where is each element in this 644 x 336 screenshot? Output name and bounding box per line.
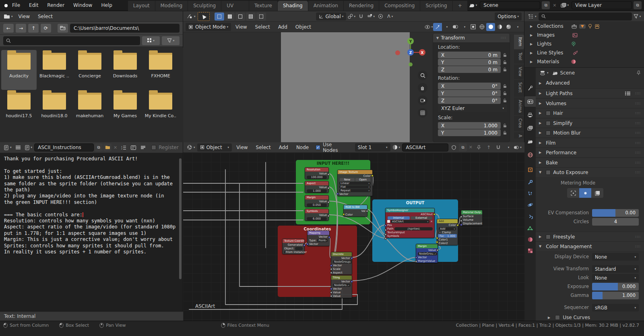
gamma-slider[interactable]: 1.000 bbox=[592, 292, 639, 299]
file-browser-editor-icon[interactable]: ▾ bbox=[2, 13, 14, 20]
tab-shading[interactable]: Shading bbox=[278, 1, 308, 11]
metering-center-button[interactable] bbox=[579, 188, 591, 198]
scene-name-field[interactable]: Scene bbox=[480, 1, 540, 9]
pin-icon[interactable] bbox=[636, 71, 641, 75]
menu-file[interactable]: File bbox=[8, 0, 25, 11]
sidebar-tab-tool[interactable]: Tool bbox=[514, 50, 524, 64]
folder-item[interactable]: houdini18.0 bbox=[37, 90, 72, 130]
ev-compensation-slider[interactable]: 0.00 bbox=[592, 209, 639, 217]
file-search-input[interactable] bbox=[3, 36, 140, 45]
location-x-field[interactable]: X0 m bbox=[438, 52, 501, 58]
node-resolution[interactable]: Resolution Value 100.000 bbox=[305, 167, 329, 179]
mode-dropdown[interactable]: Object Mode▾ bbox=[186, 23, 231, 31]
zoom-button[interactable] bbox=[418, 71, 427, 80]
folder-item[interactable]: My Games bbox=[107, 90, 143, 130]
shading-rendered-button[interactable] bbox=[504, 23, 513, 31]
lock-open-icon[interactable] bbox=[503, 131, 507, 135]
scene-copy-button[interactable]: ⧉ bbox=[542, 1, 550, 9]
light-bulb-icon[interactable] bbox=[588, 24, 592, 29]
circles-field[interactable]: 4 bbox=[592, 218, 639, 226]
node-texture-coordinate[interactable]: Texture Coordinate Generated Object: Fro… bbox=[282, 239, 305, 254]
node-symbols[interactable]: Symbols Value 6.000 bbox=[305, 209, 329, 221]
panel-auto-exposure[interactable]: ▼Auto Exposure∷∷ bbox=[536, 167, 644, 177]
fb-menu-select[interactable]: Select bbox=[34, 14, 56, 19]
sidebar-tab-item[interactable]: Item bbox=[514, 35, 524, 49]
options-dropdown[interactable]: Options▾ bbox=[495, 12, 522, 21]
node-mapping[interactable]: Mapping Vector Type:Point Vector bbox=[307, 230, 330, 246]
vp-menu-add[interactable]: Add bbox=[275, 24, 291, 30]
outliner-row-collections[interactable]: ▶Collections bbox=[524, 22, 644, 31]
text-editor-icon[interactable]: ▾ bbox=[2, 144, 13, 151]
rotation-x-field[interactable]: X0° bbox=[438, 83, 501, 89]
shading-wireframe-button[interactable] bbox=[477, 23, 486, 31]
shading-solid-button[interactable] bbox=[486, 23, 495, 31]
node-margin-value[interactable]: Margin Value 0.050 bbox=[305, 195, 329, 207]
register-checkbox[interactable] bbox=[151, 145, 156, 150]
metering-full-button[interactable] bbox=[591, 188, 603, 198]
lock-open-icon[interactable] bbox=[503, 91, 507, 95]
motion-blur-checkbox[interactable] bbox=[546, 131, 551, 135]
metering-spot-button[interactable] bbox=[567, 188, 579, 198]
panel-simplify[interactable]: ▶Simplify∷∷ bbox=[536, 118, 644, 128]
pan-button[interactable] bbox=[418, 83, 427, 93]
view-layer-icon[interactable]: ▾ bbox=[559, 2, 570, 8]
sidebar-tab-view[interactable]: View bbox=[514, 64, 524, 79]
new-folder-button[interactable] bbox=[58, 24, 68, 33]
lock-open-icon[interactable] bbox=[503, 84, 507, 88]
parent-dir-button[interactable]: ↑ bbox=[28, 24, 39, 33]
menu-help[interactable]: Help bbox=[97, 0, 116, 11]
tab-constraints[interactable] bbox=[524, 212, 536, 222]
text-content[interactable]: Thank you for purchasing Procedural ASCI… bbox=[0, 153, 183, 311]
outliner-search-input[interactable] bbox=[539, 12, 632, 21]
overlays-dropdown[interactable]: ▾ bbox=[460, 23, 469, 31]
node-margin-group[interactable]: Margin Value NodeGrou.. Vector MarginVal… bbox=[416, 244, 438, 263]
preset-list-icon[interactable] bbox=[625, 91, 631, 95]
add-workspace-button[interactable]: + bbox=[453, 1, 468, 11]
simplify-checkbox[interactable] bbox=[546, 121, 551, 126]
tab-view-layer[interactable] bbox=[524, 123, 536, 133]
view-transform-dropdown[interactable]: Standard▾ bbox=[592, 265, 639, 273]
tab-modifiers[interactable] bbox=[524, 177, 536, 187]
assigner-internal-button[interactable]: Internal bbox=[388, 216, 410, 220]
auto-exposure-checkbox[interactable] bbox=[546, 170, 551, 175]
folder-item[interactable]: Audacity bbox=[1, 50, 37, 90]
location-y-field[interactable]: Y0 m bbox=[438, 59, 501, 66]
vp-menu-object[interactable]: Object bbox=[292, 24, 315, 30]
forward-button[interactable]: → bbox=[16, 24, 26, 33]
view-layer-copy-button[interactable]: ⧉ bbox=[634, 1, 642, 9]
location-z-field[interactable]: Z0 m bbox=[438, 66, 501, 73]
folder-item[interactable]: FXHOME bbox=[143, 50, 178, 90]
outliner-editor-icon[interactable]: ▾ bbox=[527, 13, 538, 20]
panel-color-management[interactable]: ▼Color Management∷∷ bbox=[536, 241, 644, 251]
node-add[interactable]: Add Color Add Clamp Fac1.000 Color1 Colo… bbox=[437, 219, 458, 245]
assigner-external-button[interactable]: External bbox=[411, 216, 433, 220]
shading-material-button[interactable] bbox=[495, 23, 504, 31]
lock-open-icon[interactable] bbox=[503, 123, 507, 128]
use-curves-checkbox[interactable] bbox=[555, 315, 560, 320]
word-wrap-toggle[interactable] bbox=[129, 143, 138, 151]
gizmos-dropdown[interactable]: ▾ bbox=[442, 23, 451, 31]
panel-freestyle[interactable]: ▶Freestyle∷∷ bbox=[536, 232, 644, 241]
pivot-point-dropdown[interactable]: ▾ bbox=[347, 12, 356, 21]
transform-orientation-dropdown[interactable]: Global▾ bbox=[316, 12, 347, 21]
tab-physics[interactable] bbox=[524, 199, 536, 210]
proportional-edit-button[interactable] bbox=[376, 12, 385, 21]
tab-output[interactable] bbox=[524, 110, 536, 120]
node-discrete-group[interactable]: Discrete Vector NodeGroup Vector Scale A… bbox=[331, 252, 352, 275]
panel-bake[interactable]: ▶Bake∷∷ bbox=[536, 158, 644, 167]
directory-path-field[interactable]: C:\Users\barro\Documents\ bbox=[70, 24, 180, 33]
text-copy-button[interactable]: ⧉ bbox=[95, 143, 103, 151]
shading-dropdown[interactable]: ▾ bbox=[513, 23, 522, 31]
active-tool-button[interactable] bbox=[198, 12, 210, 21]
tab-object-data[interactable] bbox=[524, 223, 536, 233]
panel-volumes[interactable]: ▶Volumes∷∷ bbox=[536, 98, 644, 108]
snap-settings-dropdown[interactable]: ▾ bbox=[366, 12, 375, 21]
select-invert-button[interactable] bbox=[246, 12, 256, 21]
menu-window[interactable]: Window bbox=[69, 0, 97, 11]
falloff-dropdown[interactable]: Λ▾ bbox=[386, 12, 394, 21]
rotation-mode-dropdown[interactable]: XYZ Euler▾ bbox=[438, 105, 507, 112]
scale-y-field[interactable]: Y1.000 bbox=[438, 129, 501, 136]
hamburger-menu-icon[interactable] bbox=[14, 143, 23, 151]
scene-datablock-icon[interactable]: ▾ bbox=[468, 2, 479, 8]
sidebar-tab-scatt[interactable]: Scatt bbox=[514, 80, 524, 97]
